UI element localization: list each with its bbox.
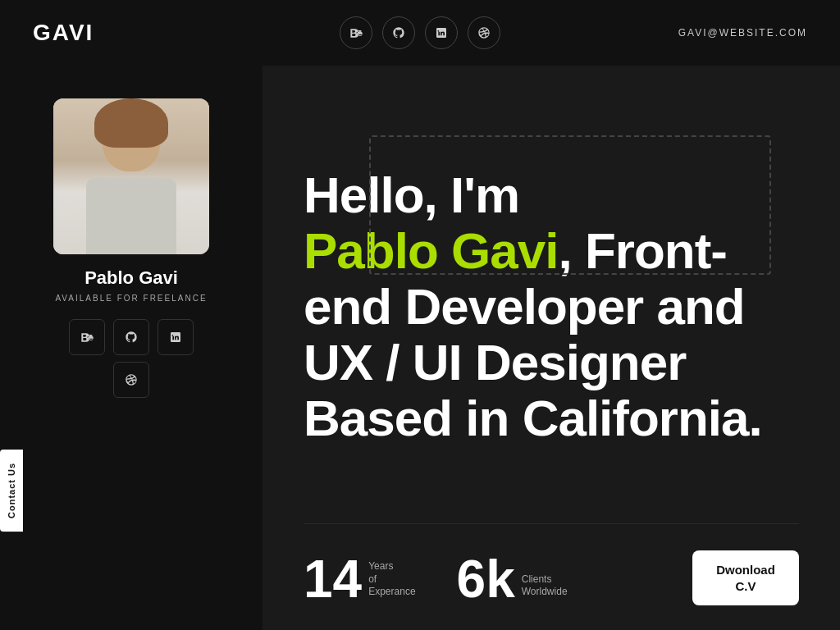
stat-item-clients: 6k Clients Worldwide xyxy=(457,553,568,605)
person-head xyxy=(103,111,160,171)
hero-line3: UX / UI Designer xyxy=(304,335,799,390)
nav-linkedin-button[interactable] xyxy=(425,16,458,49)
sidebar-behance-button[interactable] xyxy=(69,319,105,355)
dribbble-icon xyxy=(477,26,491,39)
hero-text: Hello, I'm Pablo Gavi, Front-end Develop… xyxy=(304,90,799,523)
linkedin-icon-sidebar xyxy=(169,331,182,344)
stat-item-experience: 14 Years of Experance xyxy=(304,553,416,605)
hero-line2: Pablo Gavi, Front-end Developer and xyxy=(304,223,799,335)
stats-bar: 14 Years of Experance 6k Clients Worldwi… xyxy=(304,523,799,605)
header: GAVI GAVI@WEBSITE.COM xyxy=(0,0,840,66)
download-btn-line2: C.V xyxy=(735,579,756,593)
stat-label-clients-text: Clients xyxy=(522,573,568,587)
profile-name: Pablo Gavi xyxy=(84,267,178,289)
stat-label-worldwide: Worldwide xyxy=(522,586,568,599)
download-cv-button[interactable]: Dwonload C.V xyxy=(692,550,799,605)
contact-tab[interactable]: Contact Us xyxy=(0,450,23,532)
stat-label-clients: Clients Worldwide xyxy=(522,573,568,605)
sidebar-github-button[interactable] xyxy=(113,319,149,355)
social-icons-row-1 xyxy=(69,319,194,355)
profile-photo xyxy=(53,98,209,254)
github-icon xyxy=(392,26,405,39)
github-icon-sidebar xyxy=(125,331,138,344)
sidebar: Pablo Gavi AVAILABLE FOR FREELANCE xyxy=(0,66,262,630)
behance-icon xyxy=(349,26,363,39)
stat-label-of: of xyxy=(368,573,415,587)
person-body xyxy=(86,178,176,254)
nav-behance-button[interactable] xyxy=(340,16,372,49)
behance-icon-sidebar xyxy=(80,331,94,344)
linkedin-icon xyxy=(435,26,448,39)
header-nav-icons xyxy=(340,16,500,49)
dribbble-icon-sidebar xyxy=(125,373,138,386)
header-email: GAVI@WEBSITE.COM xyxy=(678,27,807,39)
logo: GAVI xyxy=(33,20,94,46)
stat-number-experience: 14 xyxy=(304,553,362,605)
stat-label-experance: Experance xyxy=(368,586,415,599)
stat-label-experience: Years of Experance xyxy=(368,560,415,605)
social-icons-row-2 xyxy=(113,362,149,398)
sidebar-dribbble-button[interactable] xyxy=(113,362,149,398)
person-shape xyxy=(53,98,209,254)
main-content: Pablo Gavi AVAILABLE FOR FREELANCE xyxy=(0,66,840,630)
stat-number-clients: 6k xyxy=(457,553,515,605)
stat-label-years: Years xyxy=(368,560,415,573)
download-btn-line1: Dwonload xyxy=(716,563,775,577)
right-content: Hello, I'm Pablo Gavi, Front-end Develop… xyxy=(262,66,840,630)
profile-status: AVAILABLE FOR FREELANCE xyxy=(55,294,207,303)
hero-name-accent: Pablo Gavi xyxy=(304,222,558,279)
nav-github-button[interactable] xyxy=(382,16,415,49)
hero-line1: Hello, I'm xyxy=(304,167,799,223)
nav-dribbble-button[interactable] xyxy=(468,16,500,49)
hero-line4: Based in California. xyxy=(304,390,799,446)
sidebar-linkedin-button[interactable] xyxy=(158,319,194,355)
